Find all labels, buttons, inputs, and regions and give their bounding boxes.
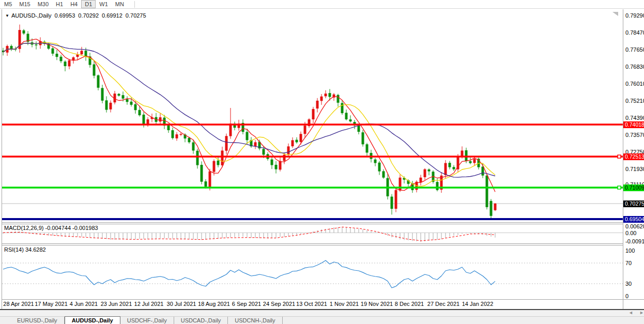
date-axis-label: 12 Jul 2021 [134,301,164,307]
symbol-tab-eurusd[interactable]: EURUSD-,Daily [10,317,65,324]
chart-canvas[interactable] [0,0,644,324]
chart-symbol-label: AUDUSD-,Daily [11,12,52,19]
chart-shift-marker-icon[interactable] [612,12,618,16]
symbol-tab-bar: EURUSD-,DailyAUDUSD-,DailyUSDCHF-,DailyU… [0,316,644,324]
date-axis-label: 17 May 2021 [35,301,68,307]
date-axis-label: 28 Apr 2021 [3,301,34,307]
price-badge: 0.71009 [623,184,644,191]
hline-0.72513[interactable] [2,155,623,158]
price-axis-label: 0.76010 [625,81,644,87]
tab-bar-lead-space [0,317,10,324]
date-axis-label: 23 Jun 2021 [101,301,132,307]
price-axis-label: 0.79290 [625,13,644,19]
rsi-axis-70: 70 [625,260,632,266]
date-axis-border [2,299,644,300]
price-badge: 0.70275 [623,200,644,207]
date-axis-label: 4 Jun 2021 [70,301,98,307]
price-axis-label: 0.78470 [625,30,644,36]
price-badge: 0.74018 [623,121,644,128]
symbol-tab-usdchf[interactable]: USDCHF-,Daily [120,317,174,324]
price-axis-label: 0.73570 [625,132,644,138]
macd-axis-min: -0.009197 [625,238,644,244]
macd-pane-divider[interactable] [2,222,623,224]
chart-dropdown-icon[interactable]: ▼ [5,13,9,18]
symbol-tab-usdcnh[interactable]: USDCNH-,Daily [228,317,282,324]
rsi-indicator-label: RSI(14) 34.6282 [4,246,46,253]
symbol-tab-audusd[interactable]: AUDUSD-,Daily [65,316,120,324]
date-axis-label: 6 Sep 2021 [232,301,261,307]
rsi-pane-divider[interactable] [2,243,623,245]
date-axis-label: 19 Nov 2021 [361,301,393,307]
scroll-left-icon[interactable]: ◄ [628,311,633,315]
price-axis-label: 0.77650 [625,47,644,53]
macd-axis-max: 0.006201 [625,223,644,229]
price-axis-label: 0.71930 [625,166,644,172]
price-axis-label: 0.76830 [625,64,644,70]
ohlc-high: 0.70292 [78,12,99,19]
trading-terminal-window: M5M15M30H1H4D1W1MN ▼AUDUSD-,Daily0.69953… [0,0,644,324]
price-axis-label: 0.74390 [625,115,644,121]
price-badge: 0.69504 [623,216,644,223]
macd-axis-zero: 0.00 [625,230,636,236]
date-axis-label: 13 Oct 2021 [296,301,327,307]
rsi-axis-100: 100 [625,248,635,254]
chart-left-border [2,9,2,309]
ohlc-low: 0.69912 [102,12,122,19]
hline-0.71009[interactable] [2,186,623,189]
macd-indicator-label: MACD(12,26,9) -0.004744 -0.001983 [4,225,98,231]
date-axis-label: 14 Jan 2022 [462,301,494,307]
price-axis-label: 0.75210 [625,98,644,104]
date-axis-label: 8 Dec 2021 [395,301,424,307]
ohlc-close: 0.70275 [126,12,146,19]
date-axis-label: 30 Jul 2021 [167,301,196,307]
date-axis-label: 24 Sep 2021 [263,301,295,307]
date-axis-label: 27 Dec 2021 [427,301,459,307]
price-badge: 0.72513 [623,153,644,160]
date-axis-label: 18 Aug 2021 [198,301,230,307]
symbol-tab-usdcad[interactable]: USDCAD-,Daily [174,317,228,324]
moving-average-medium [3,42,495,186]
horizontal-scrollbar[interactable] [0,309,644,316]
ohlc-open: 0.69953 [55,12,75,19]
scroll-right-icon[interactable]: ► [639,311,644,315]
rsi-axis-0: 0 [625,293,628,299]
chart-title: ▼AUDUSD-,Daily0.699530.702920.699120.702… [5,12,146,19]
moving-average-fast [3,39,495,192]
rsi-axis-30: 30 [625,281,632,287]
date-axis-label: 1 Nov 2021 [330,301,359,307]
